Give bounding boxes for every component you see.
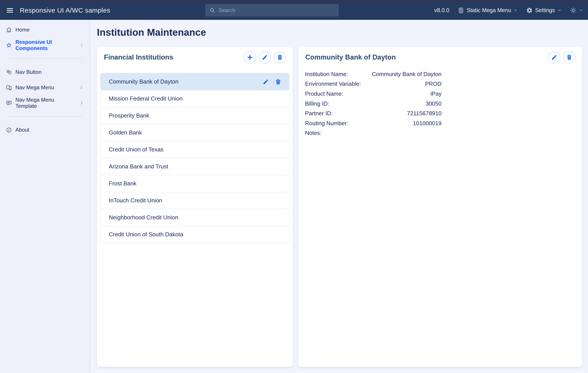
nav-button-icon xyxy=(6,69,12,75)
theme-switcher-button[interactable] xyxy=(570,7,583,14)
version-label: v8.0.0 xyxy=(434,7,449,13)
app-header: Responsive UI A/WC samples v8.0.0 Static… xyxy=(0,1,588,20)
field-row-partner-id: Partner ID: 72115678910 xyxy=(305,109,441,118)
edit-institution-button[interactable] xyxy=(259,51,271,64)
list-item[interactable]: Credit Union of Texas xyxy=(100,141,289,158)
nav-mega-menu-icon xyxy=(6,85,12,91)
trash-icon xyxy=(277,54,283,60)
sidebar-item-label: Nav Button xyxy=(15,69,42,75)
financial-institutions-panel: Financial Institutions xyxy=(97,47,293,367)
field-value: 30050 xyxy=(426,100,441,107)
detail-fields: Institution Name: Community Bank of Dayt… xyxy=(305,69,441,138)
field-value: 101000019 xyxy=(413,120,441,127)
gear-icon xyxy=(526,7,533,14)
chevron-down-icon xyxy=(557,8,562,12)
field-row-product-name: Product Name: iPay xyxy=(305,89,441,99)
chevron-down-icon xyxy=(514,8,518,12)
chevron-right-icon xyxy=(79,100,84,105)
list-item[interactable]: Prosperity Bank xyxy=(100,107,289,124)
list-item[interactable]: Golden Bank xyxy=(100,124,289,141)
list-item[interactable]: Mission Federal Credit Union xyxy=(100,90,289,107)
add-institution-button[interactable] xyxy=(244,51,256,64)
app-title: Responsive UI A/WC samples xyxy=(20,7,110,14)
field-value: 72115678910 xyxy=(407,110,441,117)
sidebar-item-nav-mega-menu-template[interactable]: Nav Mega Menu Template xyxy=(0,95,90,111)
detail-actions xyxy=(548,51,576,64)
sidebar-divider xyxy=(8,58,83,59)
search-icon xyxy=(210,8,215,13)
field-row-notes: Notes: xyxy=(305,128,441,138)
chevron-down-icon xyxy=(579,8,583,12)
sidebar-item-label: Responsive UI Components xyxy=(15,39,76,51)
star-icon xyxy=(6,42,12,48)
sidebar-item-nav-mega-menu[interactable]: Nav Mega Menu xyxy=(0,80,90,95)
field-label: Institution Name: xyxy=(305,71,348,77)
header-left-group: Responsive UI A/WC samples xyxy=(6,1,110,20)
settings-button[interactable]: Settings xyxy=(526,7,562,14)
list-item[interactable]: InTouch Credit Union xyxy=(100,192,289,209)
detail-title: Community Bank of Dayton xyxy=(305,53,396,61)
field-label: Partner ID: xyxy=(305,110,333,117)
field-value: PROD xyxy=(425,80,441,87)
list-item[interactable]: Arizona Bank and Trust xyxy=(100,158,289,175)
page-title: Institution Maintenance xyxy=(97,27,582,38)
sidebar-item-label: Home xyxy=(15,27,30,33)
edit-detail-button[interactable] xyxy=(548,51,560,64)
nav-mega-menu-template-icon xyxy=(6,100,12,106)
field-label: Environment Variable: xyxy=(305,80,361,87)
app-window: Responsive UI A/WC samples v8.0.0 Static… xyxy=(0,0,588,373)
sidebar-item-home[interactable]: Home xyxy=(0,22,90,37)
sidebar-item-label: About xyxy=(15,127,29,133)
list-item[interactable]: Neighborhood Credit Union xyxy=(100,209,289,226)
sidebar-item-label: Nav Mega Menu xyxy=(15,84,54,91)
sidebar: Home Responsive UI Components Nav Button… xyxy=(0,20,90,373)
header-right-group: v8.0.0 Static Mega Menu Settings xyxy=(434,1,583,20)
static-mega-menu-label: Static Mega Menu xyxy=(467,7,511,13)
field-row-environment-variable: Environment Variable: PROD xyxy=(305,79,441,89)
home-icon xyxy=(6,27,12,33)
chevron-right-icon xyxy=(79,85,84,90)
field-value: Community Bank of Dayton xyxy=(372,71,441,77)
delete-institution-button[interactable] xyxy=(274,51,286,64)
field-row-routing-number: Routing Number: 101000019 xyxy=(305,118,441,128)
pencil-icon[interactable] xyxy=(263,79,269,85)
field-row-institution-name: Institution Name: Community Bank of Dayt… xyxy=(305,69,441,79)
static-mega-menu-button[interactable]: Static Mega Menu xyxy=(458,7,518,14)
panel-actions xyxy=(244,51,286,64)
field-label: Billing ID: xyxy=(305,100,329,107)
sidebar-item-responsive-ui-components[interactable]: Responsive UI Components xyxy=(0,37,90,53)
field-row-billing-id: Billing ID: 30050 xyxy=(305,99,441,109)
settings-label: Settings xyxy=(535,7,555,13)
sidebar-item-nav-button[interactable]: Nav Button xyxy=(0,64,90,80)
panel-title: Financial Institutions xyxy=(104,53,173,61)
main-content: Institution Maintenance Financial Instit… xyxy=(90,20,588,373)
field-value: iPay xyxy=(430,90,441,97)
field-label: Routing Number: xyxy=(305,120,348,127)
hamburger-menu-icon[interactable] xyxy=(6,7,14,14)
trash-icon xyxy=(566,54,572,60)
sun-icon xyxy=(570,7,577,14)
plus-icon xyxy=(247,54,253,60)
chevron-right-icon xyxy=(80,43,84,48)
row-actions xyxy=(263,79,281,85)
delete-detail-button[interactable] xyxy=(563,51,576,64)
sidebar-divider xyxy=(8,116,83,117)
field-label: Notes: xyxy=(305,130,322,136)
field-label: Product Name: xyxy=(305,90,343,97)
search-box xyxy=(205,4,339,17)
list-item-selected[interactable]: Community Bank of Dayton xyxy=(100,73,289,90)
sidebar-item-label: Nav Mega Menu Template xyxy=(15,97,75,109)
pencil-icon xyxy=(551,54,557,60)
trash-icon[interactable] xyxy=(275,79,281,85)
sidebar-item-about[interactable]: About xyxy=(0,122,90,138)
list-item[interactable]: Frost Bank xyxy=(100,175,289,192)
pencil-icon xyxy=(262,54,268,60)
institution-list: Community Bank of Dayton Mission Federal… xyxy=(100,73,289,243)
info-icon xyxy=(6,127,12,133)
institution-detail-panel: Community Bank of Dayton Insti xyxy=(298,47,582,367)
list-item[interactable]: Credit Union of South Dakota xyxy=(100,226,289,243)
mega-menu-grid-icon xyxy=(458,7,464,14)
search-input[interactable] xyxy=(219,7,334,13)
